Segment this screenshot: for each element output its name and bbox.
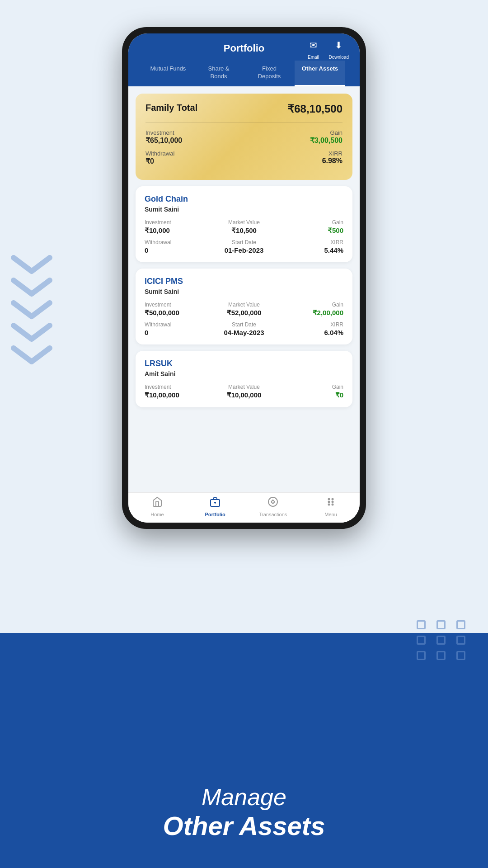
svg-point-7	[332, 499, 333, 500]
ip-gain: Gain ₹2,00,000	[279, 302, 343, 317]
email-label: Email	[308, 55, 319, 60]
download-icon: ⬇	[331, 37, 347, 53]
lr-market-value: Market Value ₹10,00,000	[212, 384, 277, 399]
home-icon	[152, 496, 163, 510]
gain-label: Gain	[310, 129, 343, 136]
gain-value: ₹3,00,500	[310, 136, 343, 145]
family-total-card: Family Total ₹68,10,500 Investment ₹65,1…	[136, 94, 352, 180]
download-button[interactable]: ⬇ Download	[329, 37, 349, 60]
dots-decoration	[417, 620, 470, 660]
xirr-label: XIRR	[322, 150, 343, 157]
transactions-icon	[267, 496, 278, 510]
ip-withdrawal: Withdrawal 0	[145, 321, 209, 336]
tab-share-bonds[interactable]: Share &Bonds	[193, 61, 244, 86]
tab-fixed-deposits[interactable]: FixedDeposits	[244, 61, 295, 86]
portfolio-nav-label: Portfolio	[205, 512, 225, 517]
app-header: Portfolio ✉ Email ⬇ Download Mutual Fund…	[128, 33, 360, 86]
icici-pms-name: ICICI PMS	[145, 277, 343, 286]
xirr-value: 6.98%	[322, 157, 343, 165]
gc-investment: Investment ₹10,000	[145, 219, 209, 235]
family-card-header: Family Total ₹68,10,500	[145, 103, 343, 115]
phone-frame: Portfolio ✉ Email ⬇ Download Mutual Fund…	[122, 27, 366, 529]
bottom-tagline: Manage Other Assets	[0, 783, 488, 841]
family-total-title: Family Total	[145, 103, 197, 113]
gc-xirr: XIRR 5.44%	[279, 239, 343, 254]
gold-chain-owner: Sumit Saini	[145, 206, 343, 213]
icici-pms-grid: Investment ₹50,00,000 Market Value ₹52,0…	[145, 302, 343, 336]
header-top: Portfolio ✉ Email ⬇ Download	[139, 42, 349, 61]
withdrawal-label: Withdrawal	[145, 150, 174, 157]
family-investment-row: Investment ₹65,10,000 Gain ₹3,00,500	[145, 129, 343, 145]
investment-label: Investment	[145, 129, 182, 136]
lrsuk-name: LRSUK	[145, 359, 343, 368]
family-divider	[145, 123, 343, 123]
lr-investment: Investment ₹10,00,000	[145, 384, 209, 399]
ip-market-value: Market Value ₹52,00,000	[212, 302, 277, 317]
family-withdrawal: Withdrawal ₹0	[145, 150, 174, 165]
gold-chain-grid: Investment ₹10,000 Market Value ₹10,500 …	[145, 219, 343, 254]
withdrawal-value: ₹0	[145, 157, 174, 165]
investment-value: ₹65,10,000	[145, 136, 182, 145]
menu-nav-label: Menu	[324, 512, 337, 517]
nav-transactions[interactable]: Transactions	[244, 496, 302, 517]
gc-gain: Gain ₹500	[279, 219, 343, 235]
ip-start-date: Start Date 04-May-2023	[212, 321, 277, 336]
transactions-nav-label: Transactions	[259, 512, 287, 517]
content-area: Family Total ₹68,10,500 Investment ₹65,1…	[128, 86, 360, 492]
family-xirr: XIRR 6.98%	[322, 150, 343, 165]
nav-menu[interactable]: Menu	[302, 496, 360, 517]
ip-investment: Investment ₹50,00,000	[145, 302, 209, 317]
lrsuk-card: LRSUK Amit Saini Investment ₹10,00,000 M…	[136, 351, 352, 407]
tab-other-assets[interactable]: Other Assets	[295, 61, 345, 86]
page-title: Portfolio	[224, 42, 264, 54]
nav-portfolio[interactable]: Portfolio	[186, 496, 244, 517]
ip-xirr: XIRR 6.04%	[279, 321, 343, 336]
gc-start-date: Start Date 01-Feb-2023	[212, 239, 277, 254]
tabs-bar: Mutual Funds Share &Bonds FixedDeposits …	[139, 61, 349, 86]
email-icon: ✉	[305, 37, 322, 53]
phone-screen: Portfolio ✉ Email ⬇ Download Mutual Fund…	[128, 33, 360, 523]
lrsuk-grid: Investment ₹10,00,000 Market Value ₹10,0…	[145, 384, 343, 399]
family-investment: Investment ₹65,10,000	[145, 129, 182, 145]
svg-point-6	[328, 499, 330, 500]
email-button[interactable]: ✉ Email	[305, 37, 322, 60]
svg-point-8	[328, 504, 330, 505]
family-withdrawal-row: Withdrawal ₹0 XIRR 6.98%	[145, 150, 343, 165]
bottom-nav: Home Portfolio	[128, 492, 360, 523]
menu-icon	[325, 496, 336, 510]
family-total-value: ₹68,10,500	[287, 103, 343, 115]
home-nav-label: Home	[150, 512, 164, 517]
download-label: Download	[329, 55, 349, 60]
tab-mutual-funds[interactable]: Mutual Funds	[143, 61, 193, 86]
svg-point-5	[332, 501, 333, 503]
chevron-decoration	[9, 253, 54, 382]
svg-point-3	[268, 497, 277, 506]
gold-chain-card: Gold Chain Sumit Saini Investment ₹10,00…	[136, 186, 352, 262]
icici-pms-card: ICICI PMS Sumit Saini Investment ₹50,00,…	[136, 269, 352, 344]
portfolio-icon	[210, 496, 221, 510]
family-gain: Gain ₹3,00,500	[310, 129, 343, 145]
svg-point-4	[328, 501, 330, 503]
gc-withdrawal: Withdrawal 0	[145, 239, 209, 254]
tagline-line1: Manage	[0, 783, 488, 811]
svg-point-9	[332, 504, 333, 505]
icici-pms-owner: Sumit Saini	[145, 288, 343, 295]
gold-chain-name: Gold Chain	[145, 194, 343, 204]
tagline-line2: Other Assets	[0, 811, 488, 841]
lrsuk-owner: Amit Saini	[145, 370, 343, 377]
nav-home[interactable]: Home	[128, 496, 186, 517]
header-actions: ✉ Email ⬇ Download	[305, 37, 349, 60]
gc-market-value: Market Value ₹10,500	[212, 219, 277, 235]
lr-gain: Gain ₹0	[279, 384, 343, 399]
